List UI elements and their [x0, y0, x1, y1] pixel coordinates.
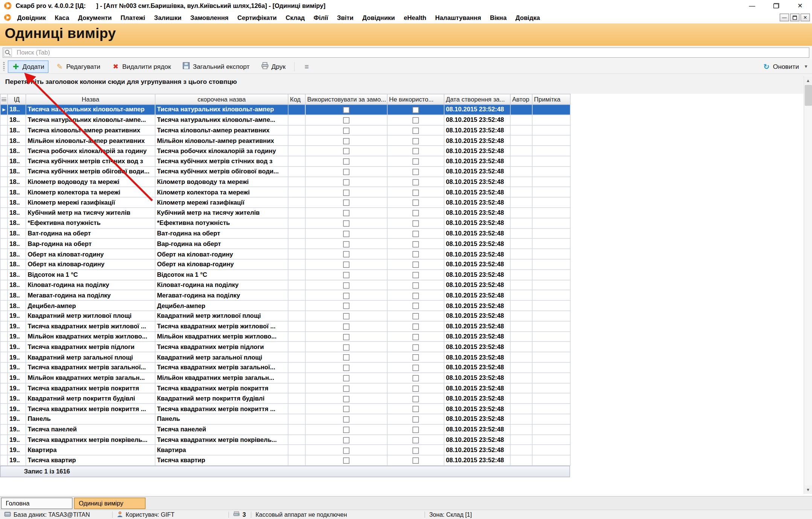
do-not-use-checkbox[interactable]: [413, 272, 419, 278]
grid-row[interactable]: 18..*Ефективна потужність*Ефективна поту…: [0, 218, 570, 228]
do-not-use-checkbox[interactable]: [413, 107, 419, 113]
do-not-use-checkbox[interactable]: [413, 127, 419, 134]
do-not-use-checkbox[interactable]: [413, 241, 419, 247]
do-not-use-checkbox[interactable]: [413, 344, 419, 351]
add-button[interactable]: ✚ Додати: [8, 60, 49, 73]
do-not-use-checkbox[interactable]: [413, 179, 419, 185]
column-header-code[interactable]: Код: [288, 94, 305, 105]
use-by-default-checkbox[interactable]: [343, 416, 350, 423]
do-not-use-checkbox[interactable]: [413, 220, 419, 227]
do-not-use-checkbox[interactable]: [413, 303, 419, 309]
menu-item[interactable]: Звіти: [337, 14, 353, 21]
use-by-default-checkbox[interactable]: [343, 148, 350, 155]
grid-row[interactable]: 19..Тисяча квадратних метрів покрівель..…: [0, 434, 570, 445]
menu-item[interactable]: Каса: [55, 14, 69, 21]
use-by-default-checkbox[interactable]: [343, 158, 350, 165]
minimize-button[interactable]: —: [740, 0, 764, 11]
scroll-down-button[interactable]: ▼: [804, 486, 812, 494]
column-chooser-button[interactable]: ≡: [299, 60, 315, 73]
grid-row[interactable]: 18..Кілометр мережі газифікаціїКілометр …: [0, 197, 570, 208]
menu-item[interactable]: Замовлення: [190, 14, 229, 21]
menu-item[interactable]: Філії: [314, 14, 328, 21]
menu-item[interactable]: Довідник: [17, 14, 46, 21]
do-not-use-checkbox[interactable]: [413, 416, 419, 423]
do-not-use-checkbox[interactable]: [413, 323, 419, 330]
use-by-default-checkbox[interactable]: [343, 293, 350, 299]
use-by-default-checkbox[interactable]: [343, 117, 350, 124]
edit-button[interactable]: ✎ Редагувати: [52, 60, 104, 73]
do-not-use-checkbox[interactable]: [413, 334, 419, 340]
do-not-use-checkbox[interactable]: [413, 262, 419, 268]
use-by-default-checkbox[interactable]: [343, 200, 350, 206]
use-by-default-checkbox[interactable]: [343, 427, 350, 433]
use-by-default-checkbox[interactable]: [343, 365, 350, 371]
grid-row[interactable]: 19..Тисяча квадратних метрів житлової ..…: [0, 321, 570, 331]
use-by-default-checkbox[interactable]: [343, 282, 350, 289]
do-not-use-checkbox[interactable]: [413, 251, 419, 258]
grid-row[interactable]: 18..Кілометр колектора та мережіКілометр…: [0, 187, 570, 197]
grid-row[interactable]: 18..Мільйон кіловольт-ампер реактивнихМі…: [0, 135, 570, 146]
use-by-default-checkbox[interactable]: [343, 375, 350, 381]
grid-row[interactable]: 18..Тисяча робочих кілокалорій за годину…: [0, 146, 570, 156]
column-header-author[interactable]: Автор: [510, 94, 532, 105]
grid-row[interactable]: 19..Тисяча квадратних метрів покриття ..…: [0, 404, 570, 414]
column-header-created[interactable]: Дата створення за...: [444, 94, 510, 105]
use-by-default-checkbox[interactable]: [343, 190, 350, 196]
column-header-name[interactable]: Назва: [26, 94, 155, 105]
do-not-use-checkbox[interactable]: [413, 293, 419, 299]
mdi-minimize-button[interactable]: —: [780, 14, 789, 21]
grid-row[interactable]: ▶18..Тисяча натуральних кіловольт-амперТ…: [0, 105, 570, 115]
column-header-use[interactable]: Використовувати за замо...: [305, 94, 387, 105]
grid-row[interactable]: 19..Тисяча квадратних метрів загальної..…: [0, 362, 570, 372]
column-header-id[interactable]: ІД: [8, 94, 26, 105]
group-by-panel[interactable]: Перетягніть заголовок колонки сюди для у…: [0, 74, 812, 94]
mdi-restore-button[interactable]: [790, 14, 800, 21]
export-button[interactable]: Загальний експорт: [178, 60, 254, 73]
print-button[interactable]: Друк: [257, 60, 289, 73]
grid-row[interactable]: 19..Тисяча квадратних метрів підлогиТися…: [0, 342, 570, 352]
use-by-default-checkbox[interactable]: [343, 231, 350, 237]
use-by-default-checkbox[interactable]: [343, 138, 350, 144]
use-by-default-checkbox[interactable]: [343, 323, 350, 330]
do-not-use-checkbox[interactable]: [413, 365, 419, 371]
grid-row[interactable]: 19..Квадратний метр житлової площіКвадра…: [0, 311, 570, 321]
grid-row[interactable]: 18..Тисяча натуральних кіловольт-ампе...…: [0, 115, 570, 125]
grid-row[interactable]: 19..КвартираКвартира08.10.2015 23:52:48: [0, 445, 570, 455]
grid-row[interactable]: 19..Квадратний метр покриття будівліКвад…: [0, 393, 570, 404]
menu-item[interactable]: Налаштування: [435, 14, 481, 21]
grid-row[interactable]: 18..Тисяча кубічних метрів обігової води…: [0, 166, 570, 176]
do-not-use-checkbox[interactable]: [413, 117, 419, 124]
scrollbar-thumb[interactable]: [805, 85, 812, 106]
menu-item[interactable]: eHealth: [404, 14, 426, 21]
use-by-default-checkbox[interactable]: [343, 447, 350, 454]
use-by-default-checkbox[interactable]: [343, 437, 350, 443]
grid-row[interactable]: 19..Тисяча квартирТисяча квартир08.10.20…: [0, 455, 570, 465]
grid-row[interactable]: 18..Вар-година на обертВар-година на обе…: [0, 238, 570, 249]
use-by-default-checkbox[interactable]: [343, 385, 350, 392]
grid-row[interactable]: 18..Кіловат-година на поділкуКіловат-год…: [0, 280, 570, 290]
do-not-use-checkbox[interactable]: [413, 210, 419, 217]
column-header-notuse[interactable]: Не використо...: [387, 94, 444, 105]
do-not-use-checkbox[interactable]: [413, 427, 419, 433]
menu-item[interactable]: Склад: [286, 14, 305, 21]
grid-row[interactable]: 18..Оберт на кіловат-годинуОберт на кіло…: [0, 249, 570, 259]
use-by-default-checkbox[interactable]: [343, 272, 350, 278]
restore-button[interactable]: [764, 0, 788, 11]
use-by-default-checkbox[interactable]: [343, 458, 350, 464]
menu-item[interactable]: Залишки: [154, 14, 181, 21]
do-not-use-checkbox[interactable]: [413, 190, 419, 196]
grid-row[interactable]: 19..Мільйон квадратних метрів житлово...…: [0, 331, 570, 341]
use-by-default-checkbox[interactable]: [343, 179, 350, 185]
menu-item[interactable]: Довідка: [515, 14, 540, 21]
use-by-default-checkbox[interactable]: [343, 169, 350, 175]
use-by-default-checkbox[interactable]: [343, 313, 350, 320]
use-by-default-checkbox[interactable]: [343, 127, 350, 134]
use-by-default-checkbox[interactable]: [343, 334, 350, 340]
do-not-use-checkbox[interactable]: [413, 158, 419, 165]
grid-row[interactable]: 18..Децибел-амперДецибел-ампер08.10.2015…: [0, 300, 570, 311]
do-not-use-checkbox[interactable]: [413, 313, 419, 320]
do-not-use-checkbox[interactable]: [413, 396, 419, 402]
do-not-use-checkbox[interactable]: [413, 231, 419, 237]
search-input[interactable]: [3, 47, 809, 58]
grid-row[interactable]: 19..ПанельПанель08.10.2015 23:52:48: [0, 414, 570, 424]
